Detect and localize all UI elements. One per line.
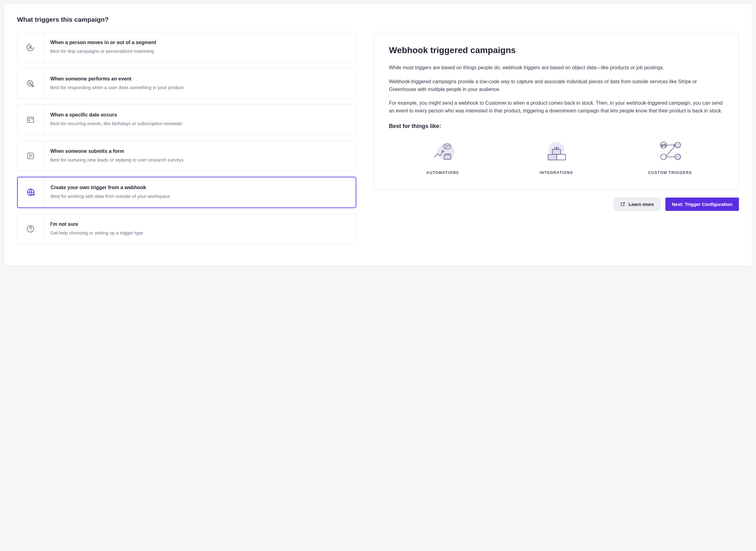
page-card: What triggers this campaign? When a pers…	[4, 4, 752, 265]
form-icon	[17, 141, 43, 171]
trigger-option-webhook[interactable]: Create your own trigger from a webhook B…	[17, 177, 356, 208]
svg-point-23	[661, 154, 666, 160]
trigger-body: Create your own trigger from a webhook B…	[44, 177, 356, 207]
svg-point-3	[29, 82, 31, 84]
trigger-option-form[interactable]: When someone submits a form Best for nur…	[17, 141, 356, 171]
svg-point-24	[675, 154, 681, 160]
trigger-option-date[interactable]: When a specific date occurs Best for rec…	[17, 104, 356, 135]
right-column: Webhook triggered campaigns While most t…	[374, 32, 739, 211]
trigger-detail-panel: Webhook triggered campaigns While most t…	[374, 32, 739, 190]
trigger-title: When a person moves in or out of a segme…	[50, 40, 349, 45]
best-for-title: Best for things like:	[389, 123, 724, 129]
trigger-body: When someone performs an event Best for …	[43, 69, 356, 99]
best-for-automations: AUTOMATIONS	[389, 139, 496, 175]
svg-point-9	[30, 230, 30, 231]
trigger-desc: Best for working with data from outside …	[51, 193, 349, 200]
action-row: Learn more Next: Trigger Configuration	[374, 197, 739, 211]
detail-body: While most triggers are based on things …	[389, 64, 724, 115]
learn-more-label: Learn more	[628, 201, 654, 207]
columns: When a person moves in or out of a segme…	[17, 32, 739, 250]
svg-point-1	[29, 46, 31, 47]
svg-rect-16	[557, 154, 565, 160]
svg-text:{/}: {/}	[661, 144, 666, 147]
detail-title: Webhook triggered campaigns	[389, 45, 724, 55]
svg-rect-15	[548, 154, 557, 160]
person-segment-icon	[17, 32, 43, 62]
trigger-body: When a specific date occurs Best for rec…	[43, 105, 356, 135]
trigger-body: When a person moves in or out of a segme…	[43, 32, 356, 62]
trigger-list: When a person moves in or out of a segme…	[17, 32, 356, 250]
trigger-desc: Best for recurring events, like birthday…	[50, 120, 349, 127]
trigger-body: I'm not sure Get help choosing or settin…	[43, 214, 356, 244]
trigger-desc: Best for drip campaigns or personalized …	[50, 48, 349, 55]
trigger-option-not-sure[interactable]: I'm not sure Get help choosing or settin…	[17, 214, 356, 244]
trigger-title: I'm not sure	[50, 221, 349, 227]
webhook-globe-icon	[18, 177, 44, 207]
trigger-title: When someone performs an event	[50, 76, 349, 82]
automations-illustration-icon	[429, 139, 457, 164]
detail-paragraph: For example, you might send a webhook to…	[389, 99, 724, 115]
svg-rect-18	[555, 147, 556, 149]
integrations-illustration-icon	[542, 139, 570, 164]
best-for-row: AUTOMATIONS	[389, 139, 724, 175]
best-for-label: INTEGRATIONS	[540, 170, 573, 175]
best-for-label: AUTOMATIONS	[426, 170, 459, 175]
trigger-title: When someone submits a form	[50, 148, 349, 154]
trigger-desc: Best for responding when a user does som…	[50, 84, 349, 91]
detail-paragraph: Webhook-triggered campaigns provide a lo…	[389, 78, 724, 93]
best-for-integrations: INTEGRATIONS	[502, 139, 610, 175]
svg-rect-12	[444, 155, 451, 159]
trigger-title: Create your own trigger from a webhook	[51, 185, 349, 190]
trigger-desc: Best for nurturing new leads or replying…	[50, 156, 349, 164]
svg-rect-4	[27, 117, 34, 123]
detail-paragraph: While most triggers are based on things …	[389, 64, 724, 72]
svg-rect-5	[29, 120, 30, 121]
svg-rect-17	[552, 149, 560, 154]
calendar-icon	[17, 105, 43, 135]
svg-point-22	[675, 142, 681, 148]
event-target-icon	[17, 69, 43, 99]
learn-more-button[interactable]: Learn more	[614, 197, 660, 211]
trigger-body: When someone submits a form Best for nur…	[43, 141, 356, 171]
trigger-title: When a specific date occurs	[50, 112, 349, 118]
svg-rect-19	[557, 147, 558, 149]
best-for-custom-triggers: {/} CUSTOM	[616, 139, 724, 175]
trigger-option-event[interactable]: When someone performs an event Best for …	[17, 68, 356, 99]
external-link-icon	[620, 201, 625, 206]
next-label: Next: Trigger Configuration	[672, 201, 732, 207]
best-for-label: CUSTOM TRIGGERS	[648, 170, 692, 175]
trigger-option-segment[interactable]: When a person moves in or out of a segme…	[17, 32, 356, 63]
page-title: What triggers this campaign?	[17, 16, 739, 23]
trigger-desc: Get help choosing or setting up a trigge…	[50, 229, 349, 237]
next-trigger-config-button[interactable]: Next: Trigger Configuration	[665, 197, 739, 211]
question-icon	[17, 214, 43, 244]
custom-triggers-illustration-icon: {/}	[656, 139, 684, 164]
